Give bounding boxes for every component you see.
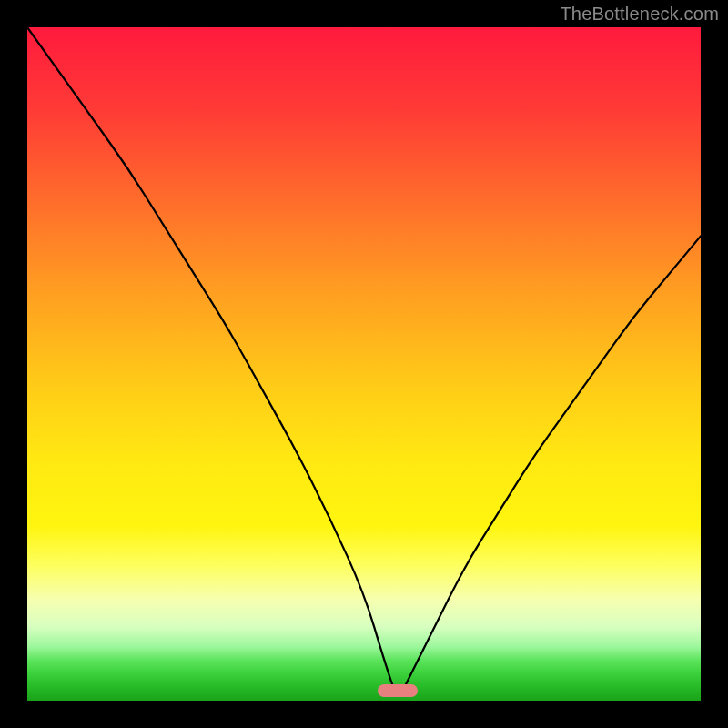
- bottleneck-curve: [27, 27, 701, 701]
- plot-area: [27, 27, 701, 701]
- chart-frame: TheBottleneck.com: [0, 0, 728, 728]
- attribution-text: TheBottleneck.com: [560, 4, 719, 25]
- minimum-marker: [378, 684, 418, 697]
